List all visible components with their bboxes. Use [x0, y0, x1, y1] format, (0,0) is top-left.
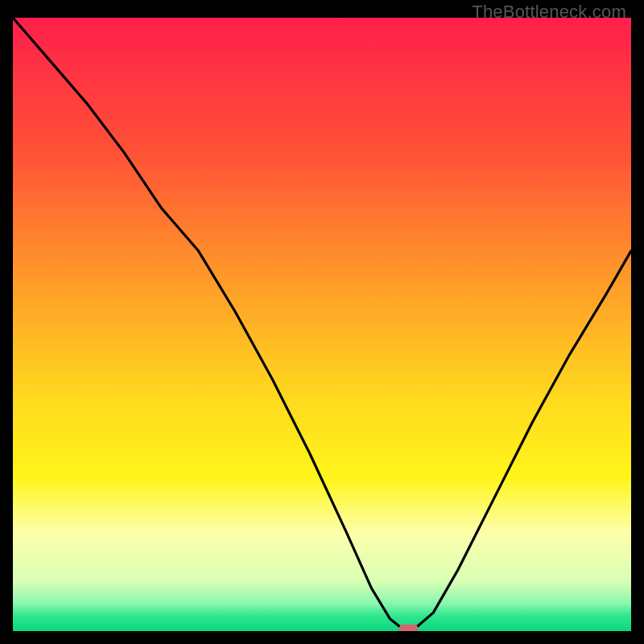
- optimal-point-marker: [398, 625, 419, 631]
- chart-frame: TheBottleneck.com: [0, 0, 644, 644]
- plot-area: [13, 18, 631, 631]
- chart-svg: [13, 18, 631, 631]
- chart-background: [13, 18, 631, 631]
